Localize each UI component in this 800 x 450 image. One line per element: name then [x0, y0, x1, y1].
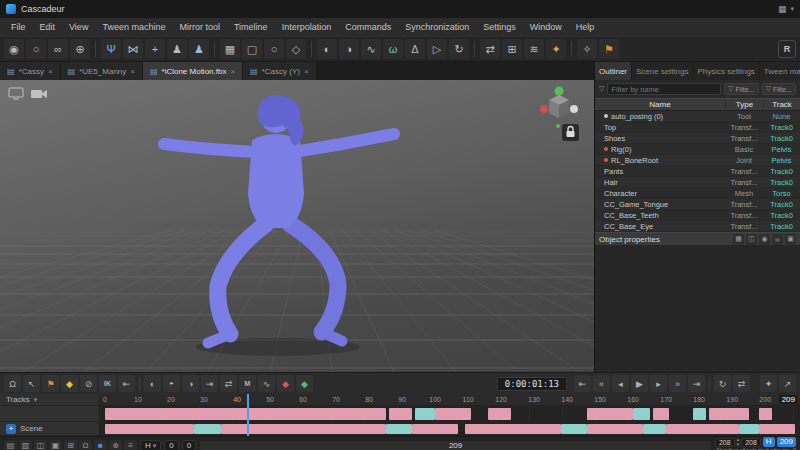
- autokey-flag-icon[interactable]: ⚑: [42, 375, 59, 392]
- screenshot-icon[interactable]: ◫: [34, 440, 47, 450]
- menu-help[interactable]: Help: [569, 20, 602, 34]
- column-header-track[interactable]: Track: [763, 100, 800, 109]
- start-frame-field[interactable]: 0: [182, 440, 196, 450]
- menu-timeline[interactable]: Timeline: [227, 20, 275, 34]
- timeline-ruler[interactable]: 209 010203040506070809010011012013014015…: [100, 394, 800, 406]
- timeline-segment[interactable]: [386, 424, 412, 434]
- timeline-segment[interactable]: [759, 424, 795, 434]
- playhead[interactable]: [247, 394, 249, 436]
- physics-sim-icon[interactable]: ω: [383, 39, 403, 59]
- trajectory-toggle-icon[interactable]: ∿: [258, 375, 275, 392]
- timeline-segment[interactable]: [389, 408, 412, 420]
- list-icon[interactable]: ≡: [124, 440, 137, 450]
- interval-icon[interactable]: ⇥: [201, 375, 218, 392]
- range-end-field-2[interactable]: 208: [741, 438, 761, 447]
- document-tab[interactable]: ▤*iClone Motion.fbx×: [143, 62, 243, 80]
- onion-skin-forward-icon[interactable]: ◑: [182, 375, 199, 392]
- snap-pivot-icon[interactable]: ⊕: [70, 39, 90, 59]
- track-filter-button[interactable]: ▽Filte...: [762, 83, 796, 95]
- outliner-row[interactable]: CC_Game_TongueTransf...Track0: [595, 199, 800, 210]
- select-tool-icon[interactable]: ◉: [4, 39, 24, 59]
- timeline-segment[interactable]: [488, 408, 511, 420]
- track-lane[interactable]: [100, 406, 800, 422]
- timeline-segment[interactable]: [221, 424, 386, 434]
- auto-posing-icon[interactable]: Ψ: [101, 39, 121, 59]
- panel-tab-physics-settings[interactable]: Physics settings: [694, 62, 760, 80]
- stepper-arrows-icon[interactable]: ▴▾: [737, 437, 740, 447]
- timeline-segment[interactable]: [587, 424, 643, 434]
- timeline-segment[interactable]: [561, 424, 587, 434]
- balance-icon[interactable]: ▷: [427, 39, 447, 59]
- timeline-segment[interactable]: [633, 408, 650, 420]
- box-collider-icon[interactable]: ▦: [220, 39, 240, 59]
- record-button[interactable]: R: [778, 40, 796, 58]
- flag-icon[interactable]: ⚑: [599, 39, 619, 59]
- panel-tab-outliner[interactable]: Outliner: [595, 62, 632, 80]
- m-mode-button[interactable]: M: [239, 375, 256, 392]
- play-button[interactable]: ▶: [631, 375, 648, 392]
- ik-mode-button[interactable]: IK: [99, 375, 116, 392]
- display-mode-icon[interactable]: [8, 86, 24, 104]
- next-keyframe-button[interactable]: »: [669, 375, 686, 392]
- h-frame-badge[interactable]: 209: [777, 437, 796, 447]
- menu-commands[interactable]: Commands: [338, 20, 398, 34]
- skeleton-icon[interactable]: ♟: [167, 39, 187, 59]
- menu-synchronization[interactable]: Synchronization: [398, 20, 476, 34]
- current-frame-field[interactable]: 0: [164, 440, 178, 450]
- onion-skin-back-icon[interactable]: ◐: [144, 375, 161, 392]
- column-header-type[interactable]: Type: [725, 100, 763, 109]
- tween-machine-icon[interactable]: ✦: [546, 39, 566, 59]
- outliner-row[interactable]: auto_posing (0)ToolNone: [595, 111, 800, 122]
- timeline-segment[interactable]: [693, 408, 706, 420]
- add-track-button[interactable]: +: [6, 424, 16, 434]
- tab-close-icon[interactable]: ×: [230, 67, 235, 76]
- cube-icon[interactable]: ▢: [242, 39, 262, 59]
- document-tab[interactable]: ▤*UE5_Manny×: [61, 62, 143, 80]
- menu-mirror-tool[interactable]: Mirror tool: [172, 20, 227, 34]
- document-tab[interactable]: ▤*Cassy×: [0, 62, 61, 80]
- h-mode-badge[interactable]: H: [763, 437, 775, 447]
- menu-edit[interactable]: Edit: [33, 20, 63, 34]
- timeline-segment[interactable]: [194, 424, 220, 434]
- timeline-segment[interactable]: [643, 424, 666, 434]
- pivot-icon[interactable]: ⊕: [109, 440, 122, 450]
- visibility-icon[interactable]: ◉: [759, 234, 770, 245]
- column-header-name[interactable]: Name: [595, 100, 725, 109]
- link-icon[interactable]: ∞: [772, 234, 783, 245]
- copy-pose-icon[interactable]: ⊞: [502, 39, 522, 59]
- render-icon[interactable]: ▣: [49, 440, 62, 450]
- menu-window[interactable]: Window: [523, 20, 569, 34]
- joint-tool-icon[interactable]: +: [145, 39, 165, 59]
- magnet-icon[interactable]: Ω: [4, 375, 21, 392]
- outliner-row[interactable]: RL_BoneRootJointPelvis: [595, 155, 800, 166]
- wand-icon[interactable]: ✧: [577, 39, 597, 59]
- key-red-icon[interactable]: ◆: [277, 375, 294, 392]
- object-properties-bar[interactable]: Object properties ▦◫◉∞▣: [595, 232, 800, 245]
- plane-icon[interactable]: ◇: [286, 39, 306, 59]
- secondary-motion-icon[interactable]: ↗: [779, 375, 796, 392]
- layout-caret-icon[interactable]: ▾: [790, 5, 794, 13]
- timeline-segment[interactable]: [759, 408, 772, 420]
- prev-interval-icon[interactable]: ⇤: [118, 375, 135, 392]
- lock-icon[interactable]: ▣: [785, 234, 796, 245]
- pose-mode-select[interactable]: H▾: [140, 440, 161, 450]
- layout-icon[interactable]: ▦: [778, 4, 787, 14]
- prev-keyframe-button[interactable]: «: [593, 375, 610, 392]
- panel-tab-tween-mac-[interactable]: Tween mac...: [760, 62, 800, 80]
- outliner-row[interactable]: ShoesTransf...Track0: [595, 133, 800, 144]
- loop-playback-icon[interactable]: ↻: [714, 375, 731, 392]
- timeline-segment[interactable]: [415, 408, 435, 420]
- menu-file[interactable]: File: [4, 20, 33, 34]
- keyframe-icon[interactable]: ◆: [61, 375, 78, 392]
- panel-tab-scene-settings[interactable]: Scene settings: [632, 62, 693, 80]
- track-row-header[interactable]: [0, 406, 100, 422]
- trajectory-icon[interactable]: ∿: [361, 39, 381, 59]
- grid-snap-icon[interactable]: ⊞: [64, 440, 77, 450]
- outliner-row[interactable]: HairTransf...Track0: [595, 177, 800, 188]
- total-frames-field[interactable]: 209: [199, 440, 712, 450]
- timeline-segment[interactable]: [105, 424, 194, 434]
- orientation-gizmo[interactable]: [538, 86, 580, 148]
- timeline-segment[interactable]: [435, 408, 471, 420]
- type-filter-button[interactable]: ▽Filte...: [724, 83, 758, 95]
- pingpong-playback-icon[interactable]: ⇄: [733, 375, 750, 392]
